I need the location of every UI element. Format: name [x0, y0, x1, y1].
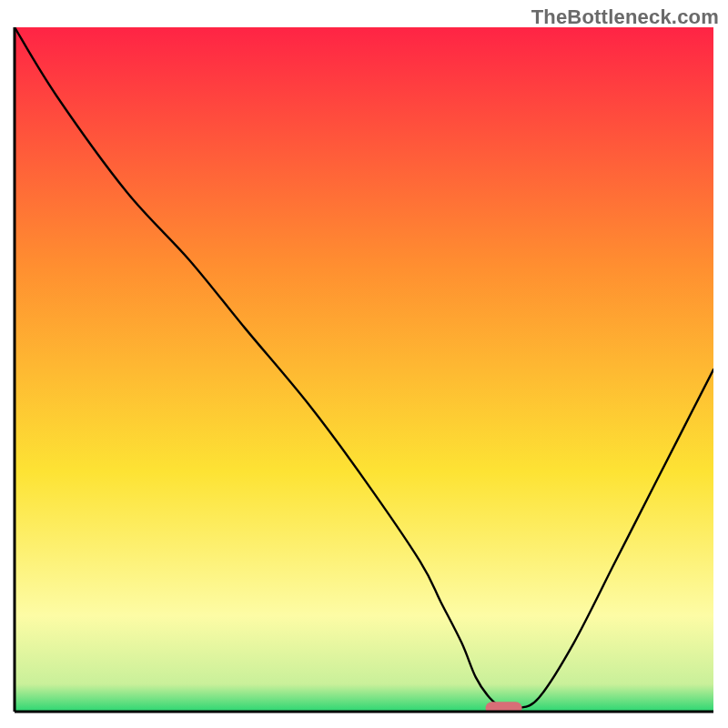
watermark-label: TheBottleneck.com — [531, 5, 719, 29]
chart-canvas — [0, 0, 728, 728]
plot-background — [15, 27, 713, 712]
bottleneck-chart: TheBottleneck.com — [0, 0, 728, 728]
